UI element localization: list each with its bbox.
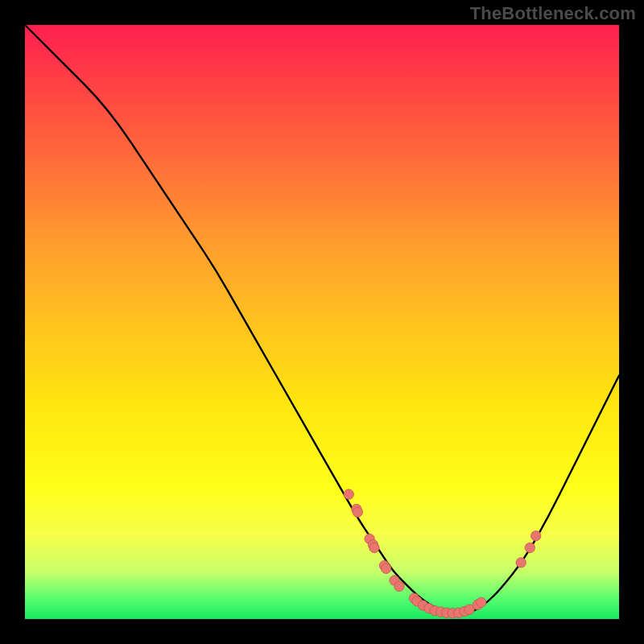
data-marker bbox=[530, 530, 540, 540]
curve-overlay bbox=[25, 25, 619, 619]
data-marker bbox=[516, 558, 526, 568]
data-marker bbox=[369, 543, 379, 552]
bottleneck-curve bbox=[25, 25, 619, 613]
watermark-text: TheBottleneck.com bbox=[470, 3, 636, 24]
data-marker bbox=[477, 597, 486, 607]
chart-stage: TheBottleneck.com bbox=[0, 0, 644, 644]
data-marker bbox=[344, 489, 353, 499]
data-marker bbox=[394, 581, 404, 591]
data-marker bbox=[525, 543, 535, 552]
data-marker bbox=[382, 564, 391, 573]
marker-layer bbox=[344, 489, 541, 618]
data-marker bbox=[353, 507, 362, 517]
